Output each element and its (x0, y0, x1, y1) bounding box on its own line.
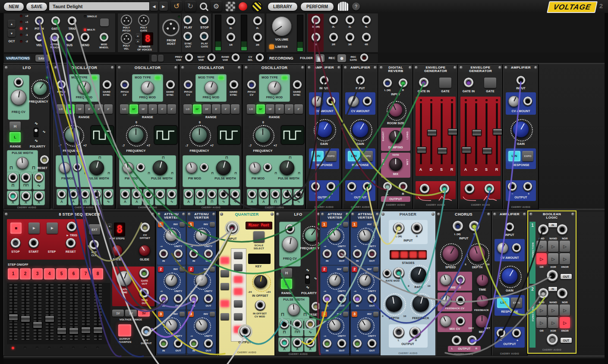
mix-cv-knob[interactable] (440, 316, 451, 327)
atten-knob-1[interactable] (359, 229, 371, 242)
range-16-button[interactable]: 16' (139, 104, 148, 114)
decay-slider[interactable] (427, 129, 437, 136)
in-a-jack-1[interactable] (538, 224, 549, 235)
output-minus-jack[interactable] (496, 329, 506, 338)
input-jack[interactable] (319, 76, 329, 85)
seq-slider-7[interactable] (81, 327, 91, 333)
saw-out-jack[interactable] (293, 338, 302, 348)
rate-knob[interactable] (411, 267, 426, 282)
cv-amount-knob[interactable] (312, 96, 323, 107)
atten-knob-2[interactable] (195, 274, 208, 286)
atten-knob-3[interactable] (359, 319, 371, 331)
output-jack[interactable] (239, 326, 251, 337)
pitch-cv-jack[interactable] (247, 80, 256, 90)
feedback-knob[interactable] (413, 295, 429, 312)
range-4-button[interactable]: 4' (158, 104, 167, 114)
poly-pitch-din[interactable] (121, 15, 132, 26)
key-note-button[interactable] (234, 313, 243, 320)
step-8-button[interactable]: 8 (92, 268, 103, 279)
play-gate-jack[interactable] (199, 32, 209, 41)
hard-sync-jack[interactable] (229, 80, 239, 90)
polarity-switch[interactable] (305, 274, 310, 284)
pulse-width-knob[interactable] (216, 160, 231, 175)
out-jack-3[interactable] (337, 339, 347, 348)
inv-button-3[interactable] (210, 312, 215, 317)
input-jack[interactable] (505, 223, 514, 232)
pw-mod-jack[interactable] (263, 163, 272, 172)
mod-wheel-jack[interactable] (99, 33, 109, 42)
out-jack-1[interactable] (173, 249, 183, 259)
range-8-button[interactable]: 8' (148, 104, 157, 114)
freq-mod-knob[interactable] (205, 81, 217, 94)
input-l-jack[interactable] (383, 78, 392, 88)
cv-amount-jack[interactable] (326, 97, 336, 106)
gate-button[interactable] (439, 78, 451, 88)
step-1-button[interactable]: 1 (8, 268, 19, 279)
rec-2r-jack[interactable] (329, 33, 338, 42)
stop-jack[interactable] (199, 16, 209, 25)
seq-slider-4[interactable] (45, 316, 54, 322)
sine-out-jack[interactable] (219, 190, 228, 199)
hard-sync-jack[interactable] (166, 80, 175, 90)
scale-select-button[interactable] (253, 231, 265, 242)
ext-button[interactable]: EXT (89, 224, 100, 235)
range-lo-button[interactable]: LO (247, 104, 255, 114)
feedback-knob[interactable] (476, 295, 488, 307)
sustain-slider[interactable] (438, 147, 447, 154)
rec-gate-jack[interactable] (360, 53, 369, 62)
range-4-button[interactable]: 4' (95, 104, 103, 114)
out-jack-2[interactable] (204, 294, 213, 304)
range-8-button[interactable]: 8' (212, 104, 221, 114)
glide-knob[interactable] (139, 245, 150, 256)
pulse-out-jack[interactable] (208, 190, 216, 199)
out-1l-jack[interactable] (226, 16, 236, 26)
limiter-button[interactable] (269, 44, 274, 49)
out-jack-2[interactable] (546, 334, 558, 346)
saw-out-jack[interactable] (248, 190, 256, 199)
amplifier-module[interactable]: AMPLIFIER INPUT CV AMOUNT GAIN LIN EXPO … (306, 65, 342, 209)
range-16-button[interactable]: 16' (76, 104, 84, 114)
sync-out-jack[interactable] (183, 32, 192, 41)
env-out-jack[interactable] (484, 184, 495, 194)
range-5v-button[interactable]: 5V (138, 310, 150, 317)
atten-knob-2[interactable] (165, 274, 177, 286)
gate-time-knob[interactable] (117, 271, 132, 286)
key-note-button[interactable] (221, 283, 229, 290)
rec-1r-jack[interactable] (311, 33, 321, 42)
from-host-din[interactable] (162, 19, 180, 36)
in-offset-cv-jack[interactable] (255, 300, 265, 311)
out-jack-2[interactable] (367, 294, 377, 304)
key-note-button[interactable] (221, 300, 229, 307)
pw-mod-knob[interactable] (186, 162, 197, 173)
or-button[interactable]: ▷ (536, 253, 547, 264)
sine-out-jack[interactable] (283, 190, 291, 199)
out-2r-jack[interactable] (253, 33, 262, 42)
lfo-module[interactable]: LFO FREQ CV FREQUENCY H L RANGE ∿ ∿ ∿ PO… (275, 211, 321, 355)
pw-mod-jack[interactable] (200, 163, 208, 172)
key-note-button[interactable] (221, 313, 229, 320)
oscillator-module[interactable]: OSCILLATOR PITCH CV MOD TYPE FREQ MOD HA… (117, 65, 179, 209)
mod-type-button[interactable] (281, 75, 288, 80)
range-lo-button[interactable]: LO (57, 104, 65, 114)
rand-var-jack[interactable] (231, 53, 240, 62)
freq-mod-knob[interactable] (141, 81, 154, 94)
depth-knob[interactable] (469, 245, 485, 262)
seq-slider-6[interactable] (69, 328, 79, 334)
range-4-button[interactable]: 4' (221, 104, 230, 114)
range-l-button[interactable]: L (9, 132, 21, 142)
single-multi-button[interactable] (100, 19, 109, 26)
seq-slider-1[interactable] (9, 314, 18, 320)
out-jack-1[interactable] (367, 249, 377, 259)
gain-knob[interactable] (352, 121, 369, 138)
gain-knob[interactable] (316, 121, 332, 138)
output-r-jack[interactable] (467, 336, 477, 346)
save-button[interactable]: SAVE (26, 2, 47, 11)
key-note-button[interactable] (234, 288, 243, 295)
amplifier-module[interactable]: AMPLIFIER INPUT CV AMOUNT GAIN LIN EXPO … (343, 65, 378, 209)
rec-1l-jack[interactable] (311, 16, 321, 25)
gain-knob[interactable] (513, 121, 529, 138)
atten-knob-1[interactable] (195, 229, 208, 242)
zoom-icon[interactable] (200, 3, 207, 10)
play-jack[interactable] (183, 16, 192, 25)
sine-out-jack[interactable] (34, 173, 44, 182)
